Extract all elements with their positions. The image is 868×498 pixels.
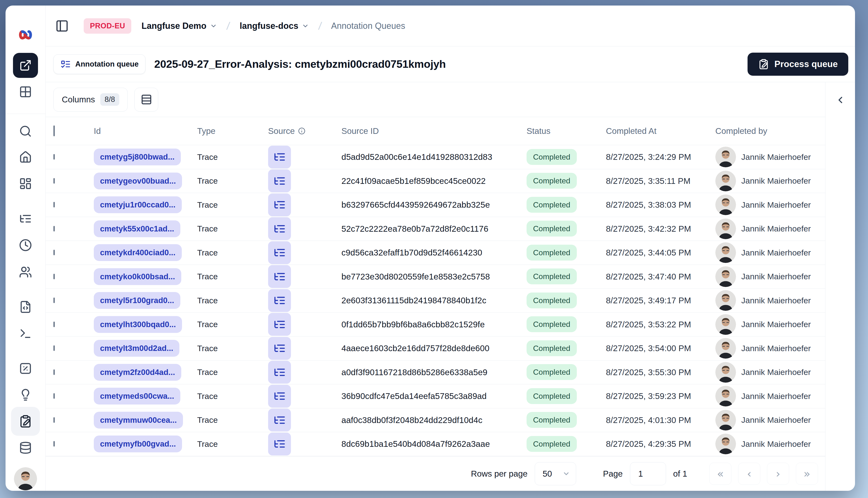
- sidebar-item-go-to-project[interactable]: [13, 53, 38, 78]
- source-trace-link[interactable]: [268, 241, 291, 264]
- process-queue-button[interactable]: Process queue: [748, 53, 848, 76]
- select-all-checkbox[interactable]: [53, 126, 55, 136]
- row-id-badge[interactable]: cmetymyfb00gvad...: [94, 435, 182, 452]
- last-page-button[interactable]: »: [796, 463, 818, 485]
- collapse-panel-button[interactable]: [833, 92, 848, 108]
- source-trace-link[interactable]: [268, 217, 291, 240]
- sidebar-item-home[interactable]: [19, 151, 32, 164]
- sidebar-item-datasets[interactable]: [19, 441, 32, 454]
- column-header-id[interactable]: Id: [94, 126, 197, 136]
- row-id-badge[interactable]: cmetyk55x00c1ad...: [94, 220, 180, 237]
- row-id-badge[interactable]: cmetykdr400ciad0...: [94, 244, 182, 261]
- first-page-button[interactable]: «: [709, 463, 731, 485]
- table-row[interactable]: cmetyg5j800bwad... Trace d5ad9d52a00c6e1…: [46, 145, 825, 169]
- row-checkbox[interactable]: [53, 298, 55, 303]
- row-checkbox[interactable]: [53, 393, 55, 399]
- sidebar-item-tables[interactable]: [19, 85, 32, 98]
- columns-button[interactable]: Columns 8/8: [53, 88, 128, 112]
- row-type: Trace: [197, 415, 268, 425]
- terminal-icon: [19, 327, 32, 340]
- sidebar-item-dashboards[interactable]: [19, 177, 32, 190]
- row-id-badge[interactable]: cmetyko0k00bsad...: [94, 268, 181, 285]
- column-header-source-id[interactable]: Source ID: [341, 126, 527, 136]
- sidebar-item-prompts[interactable]: [19, 300, 32, 313]
- source-trace-link[interactable]: [268, 289, 291, 312]
- sidebar-item-insights[interactable]: [19, 389, 32, 402]
- row-id-badge[interactable]: cmetyg5j800bwad...: [94, 148, 181, 165]
- table-row[interactable]: cmetymmuw00cea... Trace aaf0c38db0f3f204…: [46, 408, 825, 432]
- page-number-input[interactable]: [630, 462, 666, 485]
- sidebar-item-traces[interactable]: [19, 212, 32, 225]
- row-checkbox[interactable]: [53, 202, 55, 207]
- breadcrumb-organization[interactable]: Langfuse Demo: [141, 21, 217, 31]
- row-id-badge[interactable]: cmetymmuw00cea...: [94, 412, 183, 429]
- source-trace-link[interactable]: [268, 433, 291, 456]
- row-source-id: d5ad9d52a00c6e14e1d4192880312d83: [341, 152, 527, 162]
- breadcrumb-section[interactable]: Annotation Queues: [331, 21, 405, 31]
- page-count-label: of 1: [673, 469, 687, 479]
- row-id-badge[interactable]: cmetym2fz00d4ad...: [94, 364, 181, 381]
- column-header-type[interactable]: Type: [197, 126, 268, 136]
- sidebar-toggle-icon[interactable]: [55, 19, 69, 33]
- table-row[interactable]: cmetyl5r100grad0... Trace 2e603f31361115…: [46, 289, 825, 313]
- user-avatar[interactable]: [14, 467, 37, 490]
- row-checkbox[interactable]: [53, 441, 55, 447]
- row-checkbox[interactable]: [53, 226, 55, 232]
- row-checkbox[interactable]: [53, 178, 55, 184]
- row-id-badge[interactable]: cmetylht300bqad0...: [94, 316, 182, 333]
- sidebar-item-users[interactable]: [19, 265, 32, 278]
- previous-page-button[interactable]: ‹: [738, 463, 760, 485]
- row-checkbox[interactable]: [53, 345, 55, 351]
- row-id-badge[interactable]: cmetymeds00cwa...: [94, 388, 180, 405]
- row-checkbox[interactable]: [53, 417, 55, 423]
- source-trace-link[interactable]: [268, 313, 291, 336]
- table-row[interactable]: cmetymeds00cwa... Trace 36b90cdfc47e5da1…: [46, 384, 825, 408]
- row-height-button[interactable]: [134, 88, 158, 112]
- row-id-badge[interactable]: cmetyl5r100grad0...: [94, 292, 180, 309]
- sidebar-item-evaluation[interactable]: [19, 362, 32, 375]
- row-checkbox[interactable]: [53, 322, 55, 327]
- row-checkbox[interactable]: [53, 369, 55, 375]
- table-row[interactable]: cmetyk55x00c1ad... Trace 52c72c2222ea78e…: [46, 217, 825, 241]
- table-row[interactable]: cmetylht300bqad0... Trace 0f1dd65b7bb9bf…: [46, 313, 825, 337]
- source-trace-link[interactable]: [268, 169, 291, 192]
- environment-badge[interactable]: PROD-EU: [84, 18, 131, 34]
- table-row[interactable]: cmetylt3m00d2ad... Trace 4aaece1603cb2e1…: [46, 337, 825, 361]
- next-page-button[interactable]: ›: [767, 463, 789, 485]
- row-type: Trace: [197, 440, 268, 449]
- row-id-badge[interactable]: cmetylt3m00d2ad...: [94, 340, 179, 357]
- sidebar-item-search[interactable]: [19, 125, 32, 138]
- row-id-badge[interactable]: cmetyju1r00ccad0...: [94, 196, 182, 213]
- table-row[interactable]: cmetym2fz00d4ad... Trace a0df3f901167218…: [46, 361, 825, 384]
- source-trace-link[interactable]: [268, 194, 291, 216]
- column-header-source[interactable]: Source: [268, 126, 341, 136]
- row-checkbox[interactable]: [53, 274, 55, 279]
- source-trace-link[interactable]: [268, 146, 291, 169]
- table-row[interactable]: cmetykdr400ciad0... Trace c9d56ca32efaff…: [46, 241, 825, 265]
- sidebar-item-annotation-queues[interactable]: [11, 407, 40, 436]
- table-row[interactable]: cmetygeov00buad... Trace 22c41f09acae5b1…: [46, 169, 825, 193]
- source-trace-link[interactable]: [268, 409, 291, 431]
- sidebar-item-sessions[interactable]: [19, 239, 32, 252]
- source-trace-link[interactable]: [268, 265, 291, 288]
- status-badge: Completed: [527, 316, 577, 332]
- row-checkbox[interactable]: [53, 250, 55, 255]
- row-checkbox[interactable]: [53, 154, 55, 160]
- row-id-badge[interactable]: cmetygeov00buad...: [94, 173, 182, 189]
- sidebar-item-playground[interactable]: [19, 327, 32, 340]
- breadcrumb-project[interactable]: langfuse-docs: [240, 21, 309, 31]
- column-header-completed-at[interactable]: Completed At: [606, 126, 715, 136]
- user-avatar: [715, 242, 736, 263]
- source-trace-link[interactable]: [268, 361, 291, 384]
- rows-icon: [141, 94, 152, 105]
- source-trace-link[interactable]: [268, 337, 291, 360]
- rows-per-page-select[interactable]: 50: [535, 462, 576, 485]
- table-row[interactable]: cmetymyfb00gvad... Trace 8dc69b1ba1e540b…: [46, 432, 825, 456]
- annotation-queue-type-badge[interactable]: Annotation queue: [53, 54, 145, 74]
- column-header-completed-by[interactable]: Completed by: [715, 126, 825, 136]
- source-trace-link[interactable]: [268, 385, 291, 408]
- info-icon[interactable]: [298, 127, 306, 135]
- table-row[interactable]: cmetyko0k00bsad... Trace be7723e30d80205…: [46, 265, 825, 289]
- column-header-status[interactable]: Status: [527, 126, 606, 136]
- table-row[interactable]: cmetyju1r00ccad0... Trace b63297665cfd44…: [46, 193, 825, 217]
